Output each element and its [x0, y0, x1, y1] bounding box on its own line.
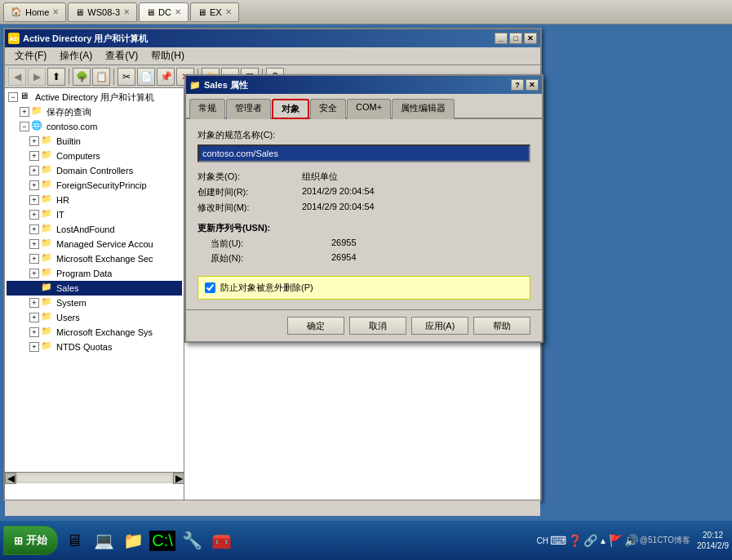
scroll-right-btn[interactable]: ▶ [173, 473, 184, 484]
tree-item-builtin[interactable]: + 📁 Builtin [7, 134, 182, 149]
tab-home[interactable]: 🏠 Home ✕ [3, 2, 66, 22]
menu-bar: 文件(F) 操作(A) 查看(V) 帮助(H) [5, 47, 540, 65]
tree-item-domain-controllers[interactable]: + 📁 Domain Controllers [7, 163, 182, 178]
tab-ex[interactable]: 🖥 EX ✕ [190, 2, 239, 22]
start-button[interactable]: ⊞ 开始 [3, 526, 58, 555]
laf-expander[interactable]: + [29, 224, 39, 234]
tree-item-computers[interactable]: + 📁 Computers [7, 149, 182, 163]
tree-item-system[interactable]: + 📁 System [7, 296, 182, 310]
root-expander[interactable]: − [8, 92, 18, 102]
mes-icon: 📁 [41, 252, 54, 265]
dialog-help-btn[interactable]: ? [511, 79, 524, 91]
tree-item-computers-label: Computers [56, 151, 100, 161]
close-button[interactable]: ✕ [524, 33, 537, 44]
mexsys-icon: 📁 [41, 326, 54, 339]
taskbar-icon-terminal[interactable]: 💻 [91, 527, 117, 553]
tree-item-program-data[interactable]: + 📁 Program Data [7, 266, 182, 281]
taskbar-icon-folder[interactable]: 📁 [120, 527, 146, 553]
tab-dc[interactable]: 🖥 DC ✕ [139, 2, 189, 22]
tree-item-mex-sys[interactable]: + 📁 Microsoft Exchange Sys [7, 325, 182, 340]
mexsys-expander[interactable]: + [29, 327, 39, 337]
fsp-expander[interactable]: + [29, 180, 39, 190]
tree-item-sales[interactable]: 📁 Sales [7, 281, 182, 296]
protect-checkbox[interactable] [205, 282, 215, 293]
paste-button[interactable]: 📌 [157, 68, 175, 86]
tools2-icon: 🧰 [211, 531, 232, 550]
restore-button[interactable]: □ [509, 33, 522, 44]
tab-ws08-close[interactable]: ✕ [123, 7, 130, 16]
show-tree-button[interactable]: 🌳 [73, 68, 91, 86]
cut-button[interactable]: ✂ [118, 68, 135, 86]
tree-item-lostandfound[interactable]: + 📁 LostAndFound [7, 222, 182, 237]
tree-item-ntds[interactable]: + 📁 NTDS Quotas [7, 340, 182, 354]
tab-general[interactable]: 常规 [189, 99, 225, 119]
menu-action[interactable]: 操作(A) [53, 47, 99, 64]
tree-item-msa[interactable]: + 📁 Managed Service Accou [7, 237, 182, 251]
ad-title-bar: AD Active Directory 用户和计算机 _ □ ✕ [5, 29, 540, 47]
it-expander[interactable]: + [29, 210, 39, 220]
protect-label[interactable]: 防止对象被意外删除(P) [220, 282, 313, 294]
tab-com[interactable]: COM+ [347, 99, 391, 119]
taskbar-icon-computer[interactable]: 🖥 [61, 527, 87, 553]
horizontal-scrollbar[interactable]: ◀ ▶ [5, 472, 184, 483]
tab-home-close[interactable]: ✕ [52, 7, 59, 16]
contoso-icon: 🌐 [31, 120, 44, 133]
canonical-name-input[interactable] [197, 144, 530, 162]
dialog-close-btn[interactable]: ✕ [526, 79, 539, 91]
hr-expander[interactable]: + [29, 195, 39, 205]
menu-help[interactable]: 帮助(H) [144, 47, 191, 64]
tree-root-item[interactable]: − 🖥 Active Directory 用户和计算机 [7, 90, 182, 104]
tree-item-laf-label: LostAndFound [56, 224, 115, 234]
builtin-expander[interactable]: + [29, 136, 39, 146]
tree-item-mes[interactable]: + 📁 Microsoft Exchange Sec [7, 251, 182, 266]
sys-icon: 📁 [41, 296, 54, 309]
tab-ex-close[interactable]: ✕ [225, 7, 232, 16]
apply-button[interactable]: 应用(A) [411, 317, 468, 335]
taskbar-icon-tools1[interactable]: 🔧 [179, 527, 205, 553]
ok-button[interactable]: 确定 [287, 317, 344, 335]
properties-button[interactable]: 📋 [92, 68, 110, 86]
forward-button[interactable]: ▶ [28, 68, 46, 86]
taskbar-icon-tools2[interactable]: 🧰 [208, 527, 234, 553]
created-label: 创建时间(R): [197, 186, 295, 198]
taskbar-icon-cmd[interactable]: C:\ [149, 527, 175, 553]
tab-security[interactable]: 安全 [310, 99, 346, 119]
scroll-left-btn[interactable]: ◀ [5, 473, 16, 484]
systray-area: CH ⌨ ❓ 🔗 ▲ 🚩 🔊 @51CTO博客 [534, 534, 694, 547]
tree-item-mes-label: Microsoft Exchange Sec [56, 254, 153, 264]
tree-item-users[interactable]: + 📁 Users [7, 310, 182, 325]
dc-icon: 🖥 [146, 7, 155, 17]
back-button[interactable]: ◀ [8, 68, 26, 86]
dc-expander[interactable]: + [29, 166, 39, 176]
tree-item-saved[interactable]: + 📁 保存的查询 [7, 104, 182, 119]
minimize-button[interactable]: _ [495, 33, 508, 44]
cancel-button[interactable]: 取消 [349, 317, 406, 335]
computer-icon: 🖥 [66, 531, 82, 550]
tree-item-hr[interactable]: + 📁 HR [7, 193, 182, 207]
saved-expander[interactable]: + [20, 107, 29, 117]
tab-dc-close[interactable]: ✕ [175, 7, 181, 16]
help-dialog-button[interactable]: 帮助 [473, 317, 530, 335]
tab-ws08[interactable]: 🖥 WS08-3 ✕ [68, 2, 137, 22]
tab-manager[interactable]: 管理者 [226, 99, 271, 119]
up-button[interactable]: ⬆ [47, 68, 65, 86]
menu-view[interactable]: 查看(V) [99, 47, 144, 64]
msa-expander[interactable]: + [29, 239, 39, 249]
tab-object[interactable]: 对象 [272, 99, 309, 119]
folder-taskbar-icon: 📁 [123, 531, 144, 550]
users-expander[interactable]: + [29, 313, 39, 322]
tab-attr-editor[interactable]: 属性编辑器 [392, 99, 455, 119]
tree-item-contoso[interactable]: − 🌐 contoso.com [7, 119, 182, 134]
menu-file[interactable]: 文件(F) [8, 47, 53, 64]
contoso-expander[interactable]: − [20, 122, 29, 131]
tab-ex-label: EX [210, 7, 222, 17]
mes-expander[interactable]: + [29, 254, 39, 264]
computers-expander[interactable]: + [29, 151, 39, 161]
ntds-expander[interactable]: + [29, 342, 39, 352]
object-type-value: 组织单位 [302, 171, 530, 183]
tree-item-it[interactable]: + 📁 IT [7, 207, 182, 222]
copy-button[interactable]: 📄 [137, 68, 155, 86]
pd-expander[interactable]: + [29, 269, 39, 278]
sys-expander[interactable]: + [29, 298, 39, 308]
tree-item-fsp[interactable]: + 📁 ForeignSecurityPrincip [7, 178, 182, 193]
